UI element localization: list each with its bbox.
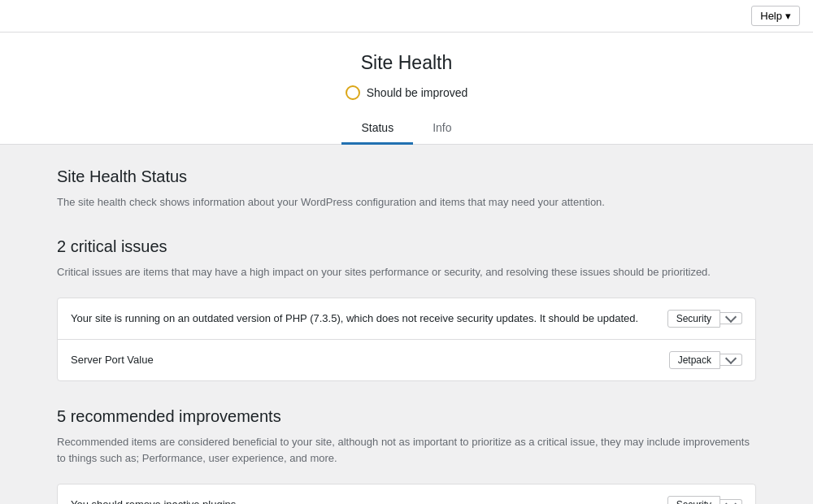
critical-issue-port-actions: Jetpack <box>669 351 742 369</box>
critical-issue-port-expand[interactable] <box>720 354 742 366</box>
tab-info[interactable]: Info <box>413 115 471 145</box>
improvement-inactive-plugins-actions: Security <box>667 496 742 504</box>
critical-issues-list: Your site is running on an outdated vers… <box>57 298 756 381</box>
help-button[interactable]: Help ▾ <box>751 6 800 26</box>
critical-issue-port: Server Port Value Jetpack <box>58 340 755 380</box>
improvements-list: You should remove inactive plugins Secur… <box>57 484 756 504</box>
status-section: Site Health Status The site health check… <box>57 167 756 211</box>
improvement-inactive-plugins-tag: Security <box>667 496 720 504</box>
page-header: Site Health Should be improved Status In… <box>0 33 813 145</box>
page-title: Site Health <box>0 52 813 74</box>
top-bar: Help ▾ <box>0 0 813 33</box>
tab-bar: Status Info <box>0 115 813 144</box>
critical-issue-port-text: Server Port Value <box>71 352 659 368</box>
improvements-section: 5 recommended improvements Recommended i… <box>57 407 756 504</box>
critical-issue-php-actions: Security <box>667 310 742 328</box>
chevron-down-icon <box>725 353 737 364</box>
improvement-inactive-plugins: You should remove inactive plugins Secur… <box>58 484 755 504</box>
critical-issue-php-expand[interactable] <box>720 312 742 324</box>
improvements-desc: Recommended items are considered benefic… <box>57 434 756 468</box>
improvements-title: 5 recommended improvements <box>57 407 756 426</box>
critical-issue-php-text: Your site is running on an outdated vers… <box>71 311 658 327</box>
status-circle-icon <box>346 85 360 100</box>
status-text: Should be improved <box>367 86 468 99</box>
critical-issue-php-tag: Security <box>667 310 720 328</box>
help-chevron-icon: ▾ <box>785 10 791 22</box>
status-indicator: Should be improved <box>0 85 813 100</box>
critical-issues-section: 2 critical issues Critical issues are it… <box>57 237 756 381</box>
chevron-down-icon <box>725 311 737 323</box>
status-section-desc: The site health check shows information … <box>57 194 756 211</box>
critical-issue-port-tag: Jetpack <box>669 351 720 369</box>
critical-issues-desc: Critical issues are items that may have … <box>57 264 756 281</box>
main-content: Site Health Status The site health check… <box>41 145 772 504</box>
chevron-down-icon <box>725 498 737 504</box>
critical-issues-title: 2 critical issues <box>57 237 756 256</box>
critical-issue-php: Your site is running on an outdated vers… <box>58 298 755 340</box>
tab-status[interactable]: Status <box>341 115 413 145</box>
improvement-inactive-plugins-text: You should remove inactive plugins <box>71 497 658 504</box>
improvement-inactive-plugins-expand[interactable] <box>720 499 742 504</box>
help-label: Help <box>760 10 782 22</box>
status-section-title: Site Health Status <box>57 167 756 186</box>
